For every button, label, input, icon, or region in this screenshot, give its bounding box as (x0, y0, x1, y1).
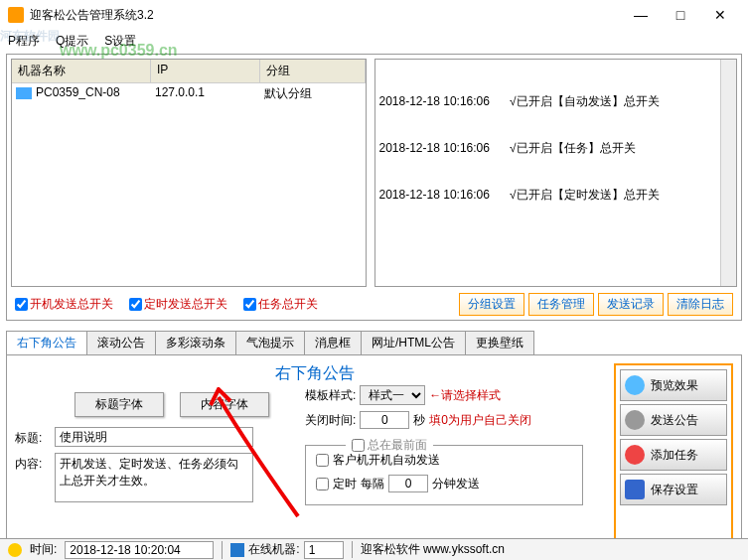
content-font-button[interactable]: 内容字体 (180, 392, 269, 417)
machine-list[interactable]: 机器名称 IP 分组 PC0359_CN-08 127.0.0.1 默认分组 (11, 59, 367, 287)
clock-icon (625, 445, 645, 465)
add-task-button[interactable]: 添加任务 (620, 439, 727, 471)
title-font-button[interactable]: 标题字体 (75, 392, 164, 417)
check-timer[interactable]: 定时发送总开关 (129, 296, 227, 313)
tab-color-scroll[interactable]: 多彩滚动条 (155, 331, 236, 354)
topmost-check[interactable] (352, 439, 365, 452)
check-task[interactable]: 任务总开关 (243, 296, 318, 313)
titlebar: 迎客松公告管理系统3.2 — □ ✕ (0, 0, 748, 30)
close-label: 关闭时间: (305, 412, 356, 429)
tab-wallpaper[interactable]: 更换壁纸 (465, 331, 534, 354)
status-company: 迎客松软件 www.ykssoft.cn (352, 541, 505, 558)
clear-log-button[interactable]: 清除日志 (668, 293, 733, 316)
scrollbar[interactable] (720, 60, 736, 286)
close-hint: 填0为用户自己关闭 (429, 412, 531, 429)
title-label: 标题: (15, 427, 55, 447)
tab-corner[interactable]: 右下角公告 (6, 331, 87, 354)
log-line: 2018-12-18 10:16:06 √已开启【自动发送】总开关 (379, 94, 733, 110)
log-line: 2018-12-18 10:16:06 √已开启【任务】总开关 (379, 141, 733, 157)
menubar: P程序 Q提示 S设置 (0, 30, 748, 52)
statusbar: 时间: 在线机器: 迎客松软件 www.ykssoft.cn (0, 538, 748, 560)
speaker-icon (625, 410, 645, 430)
timer-interval-input[interactable] (388, 475, 428, 492)
preview-button[interactable]: 预览效果 (620, 369, 727, 401)
minimize-button[interactable]: — (621, 1, 661, 29)
window-title: 迎客松公告管理系统3.2 (30, 7, 621, 24)
status-time (65, 541, 214, 559)
log-panel[interactable]: 2018-12-18 10:16:06 √已开启【自动发送】总开关 2018-1… (374, 59, 738, 287)
log-line: 2018-12-18 10:16:06 √已开启【定时发送】总开关 (379, 188, 733, 204)
template-label: 模板样式: (305, 387, 356, 404)
menu-program[interactable]: P程序 (8, 33, 40, 50)
machine-header: 机器名称 IP 分组 (12, 60, 366, 83)
menu-settings[interactable]: S设置 (104, 33, 136, 50)
send-record-button[interactable]: 发送记录 (598, 293, 664, 316)
send-button[interactable]: 发送公告 (620, 404, 727, 436)
tab-msgbox[interactable]: 消息框 (304, 331, 362, 354)
table-row[interactable]: PC0359_CN-08 127.0.0.1 默认分组 (12, 83, 366, 104)
close-time-input[interactable] (360, 411, 409, 429)
template-select[interactable]: 样式一 (360, 385, 425, 405)
disk-icon (625, 480, 645, 499)
menu-tip[interactable]: Q提示 (56, 33, 88, 50)
tab-bubble[interactable]: 气泡提示 (235, 331, 305, 354)
magnifier-icon (625, 375, 645, 395)
save-button[interactable]: 保存设置 (620, 474, 727, 505)
tabs: 右下角公告 滚动公告 多彩滚动条 气泡提示 消息框 网址/HTML公告 更换壁纸 (6, 331, 742, 354)
form-heading: 右下角公告 (15, 363, 614, 384)
tab-html[interactable]: 网址/HTML公告 (361, 331, 466, 354)
tab-scroll[interactable]: 滚动公告 (86, 331, 156, 354)
close-button[interactable]: ✕ (700, 1, 740, 29)
task-manage-button[interactable]: 任务管理 (528, 293, 594, 316)
timer-check[interactable] (316, 478, 329, 490)
title-input[interactable] (55, 427, 253, 447)
content-textarea[interactable]: 开机发送、定时发送、任务必须勾上总开关才生效。 (55, 453, 253, 502)
status-online (304, 541, 344, 559)
clock-status-icon (8, 543, 22, 557)
template-hint: ←请选择样式 (429, 387, 501, 404)
check-boot[interactable]: 开机发送总开关 (15, 296, 113, 313)
app-icon (8, 7, 24, 23)
autosend-check[interactable] (316, 454, 329, 467)
computer-icon (16, 87, 32, 99)
group-settings-button[interactable]: 分组设置 (459, 293, 524, 316)
content-label: 内容: (15, 453, 55, 473)
maximize-button[interactable]: □ (661, 1, 700, 29)
monitor-icon (230, 543, 244, 557)
